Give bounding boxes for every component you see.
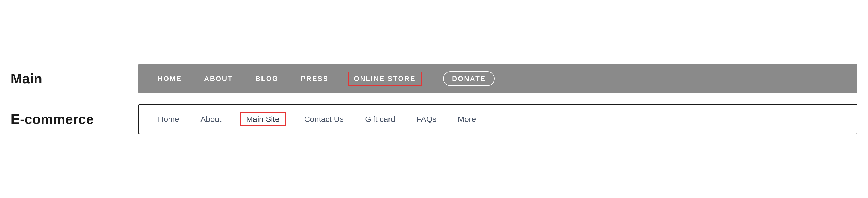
main-nav-home[interactable]: HOME xyxy=(154,73,185,85)
main-nav-press[interactable]: PRESS xyxy=(298,73,332,85)
ecommerce-nav-home[interactable]: Home xyxy=(155,113,182,125)
ecommerce-nav-main-site[interactable]: Main Site xyxy=(240,112,285,126)
main-nav-blog[interactable]: BLOG xyxy=(252,73,282,85)
main-nav-donate[interactable]: DONATE xyxy=(443,71,495,86)
ecommerce-nav-more[interactable]: More xyxy=(455,113,478,125)
main-nav-online-store[interactable]: ONLINE STORE xyxy=(348,72,422,86)
ecommerce-nav-contact-us[interactable]: Contact Us xyxy=(302,113,346,125)
ecommerce-label: E-commerce xyxy=(11,111,138,127)
main-label: Main xyxy=(11,71,138,86)
ecommerce-nav-faqs[interactable]: FAQs xyxy=(414,113,439,125)
ecommerce-nav: Home About Main Site Contact Us Gift car… xyxy=(138,104,857,134)
ecommerce-nav-gift-card[interactable]: Gift card xyxy=(362,113,398,125)
ecommerce-nav-about[interactable]: About xyxy=(198,113,224,125)
main-section: Main HOME ABOUT BLOG PRESS ONLINE STORE … xyxy=(11,64,857,93)
ecommerce-section: E-commerce Home About Main Site Contact … xyxy=(11,104,857,134)
main-nav-about[interactable]: ABOUT xyxy=(201,73,236,85)
main-nav: HOME ABOUT BLOG PRESS ONLINE STORE DONAT… xyxy=(138,64,857,93)
